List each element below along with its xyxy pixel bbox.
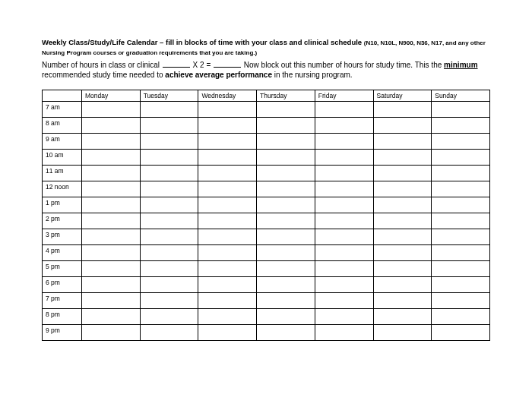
calendar-cell[interactable] xyxy=(432,117,490,133)
calendar-cell[interactable] xyxy=(432,181,490,197)
calendar-cell[interactable] xyxy=(198,197,257,213)
calendar-cell[interactable] xyxy=(373,244,432,260)
calendar-cell[interactable] xyxy=(140,181,198,197)
calendar-cell[interactable] xyxy=(140,149,198,165)
calendar-cell[interactable] xyxy=(315,213,373,229)
calendar-cell[interactable] xyxy=(198,117,257,133)
calendar-cell[interactable] xyxy=(432,260,490,276)
calendar-cell[interactable] xyxy=(257,197,315,213)
calendar-cell[interactable] xyxy=(315,260,373,276)
calendar-cell[interactable] xyxy=(432,165,490,181)
calendar-cell[interactable] xyxy=(315,308,373,324)
calendar-cell[interactable] xyxy=(432,149,490,165)
calendar-cell[interactable] xyxy=(82,101,141,117)
calendar-cell[interactable] xyxy=(315,197,373,213)
calendar-cell[interactable] xyxy=(432,308,490,324)
calendar-cell[interactable] xyxy=(373,181,432,197)
calendar-cell[interactable] xyxy=(315,165,373,181)
calendar-cell[interactable] xyxy=(82,260,141,276)
calendar-cell[interactable] xyxy=(140,101,198,117)
hours-blank-1[interactable] xyxy=(163,60,190,68)
calendar-cell[interactable] xyxy=(82,229,141,244)
calendar-cell[interactable] xyxy=(140,229,198,244)
calendar-cell[interactable] xyxy=(82,181,141,197)
calendar-cell[interactable] xyxy=(257,149,315,165)
calendar-cell[interactable] xyxy=(140,260,198,276)
calendar-cell[interactable] xyxy=(198,133,257,149)
calendar-cell[interactable] xyxy=(373,229,432,244)
calendar-cell[interactable] xyxy=(257,213,315,229)
calendar-cell[interactable] xyxy=(432,276,490,292)
calendar-cell[interactable] xyxy=(82,165,141,181)
calendar-cell[interactable] xyxy=(198,229,257,244)
calendar-cell[interactable] xyxy=(373,260,432,276)
calendar-cell[interactable] xyxy=(82,308,141,324)
calendar-cell[interactable] xyxy=(198,276,257,292)
calendar-cell[interactable] xyxy=(257,229,315,244)
calendar-cell[interactable] xyxy=(373,197,432,213)
calendar-cell[interactable] xyxy=(432,133,490,149)
calendar-cell[interactable] xyxy=(257,101,315,117)
calendar-cell[interactable] xyxy=(198,165,257,181)
calendar-cell[interactable] xyxy=(82,213,141,229)
calendar-cell[interactable] xyxy=(373,276,432,292)
calendar-cell[interactable] xyxy=(140,244,198,260)
calendar-cell[interactable] xyxy=(257,276,315,292)
calendar-cell[interactable] xyxy=(140,276,198,292)
calendar-cell[interactable] xyxy=(82,324,141,340)
calendar-cell[interactable] xyxy=(257,292,315,308)
calendar-cell[interactable] xyxy=(432,229,490,244)
calendar-cell[interactable] xyxy=(315,117,373,133)
calendar-cell[interactable] xyxy=(140,117,198,133)
calendar-cell[interactable] xyxy=(198,260,257,276)
calendar-cell[interactable] xyxy=(373,117,432,133)
calendar-cell[interactable] xyxy=(82,117,141,133)
calendar-cell[interactable] xyxy=(257,117,315,133)
calendar-cell[interactable] xyxy=(373,292,432,308)
calendar-cell[interactable] xyxy=(432,197,490,213)
hours-blank-2[interactable] xyxy=(214,60,241,68)
calendar-cell[interactable] xyxy=(198,213,257,229)
calendar-cell[interactable] xyxy=(198,324,257,340)
calendar-cell[interactable] xyxy=(140,292,198,308)
calendar-cell[interactable] xyxy=(82,133,141,149)
calendar-cell[interactable] xyxy=(432,101,490,117)
calendar-cell[interactable] xyxy=(82,197,141,213)
calendar-cell[interactable] xyxy=(198,181,257,197)
calendar-cell[interactable] xyxy=(315,292,373,308)
calendar-cell[interactable] xyxy=(82,149,141,165)
calendar-cell[interactable] xyxy=(373,133,432,149)
calendar-cell[interactable] xyxy=(198,308,257,324)
calendar-cell[interactable] xyxy=(432,292,490,308)
calendar-cell[interactable] xyxy=(315,276,373,292)
calendar-cell[interactable] xyxy=(82,244,141,260)
calendar-cell[interactable] xyxy=(315,181,373,197)
calendar-cell[interactable] xyxy=(257,181,315,197)
calendar-cell[interactable] xyxy=(198,292,257,308)
calendar-cell[interactable] xyxy=(315,101,373,117)
calendar-cell[interactable] xyxy=(315,149,373,165)
calendar-cell[interactable] xyxy=(198,244,257,260)
calendar-cell[interactable] xyxy=(315,244,373,260)
calendar-cell[interactable] xyxy=(140,133,198,149)
calendar-cell[interactable] xyxy=(432,213,490,229)
calendar-cell[interactable] xyxy=(140,197,198,213)
calendar-cell[interactable] xyxy=(373,149,432,165)
calendar-cell[interactable] xyxy=(140,165,198,181)
calendar-cell[interactable] xyxy=(198,149,257,165)
calendar-cell[interactable] xyxy=(82,276,141,292)
calendar-cell[interactable] xyxy=(315,324,373,340)
calendar-cell[interactable] xyxy=(257,308,315,324)
calendar-cell[interactable] xyxy=(257,133,315,149)
calendar-cell[interactable] xyxy=(373,324,432,340)
calendar-cell[interactable] xyxy=(257,260,315,276)
calendar-cell[interactable] xyxy=(82,292,141,308)
calendar-cell[interactable] xyxy=(140,308,198,324)
calendar-cell[interactable] xyxy=(140,324,198,340)
calendar-cell[interactable] xyxy=(373,308,432,324)
calendar-cell[interactable] xyxy=(373,165,432,181)
calendar-cell[interactable] xyxy=(315,229,373,244)
calendar-cell[interactable] xyxy=(257,165,315,181)
calendar-cell[interactable] xyxy=(257,244,315,260)
calendar-cell[interactable] xyxy=(373,101,432,117)
